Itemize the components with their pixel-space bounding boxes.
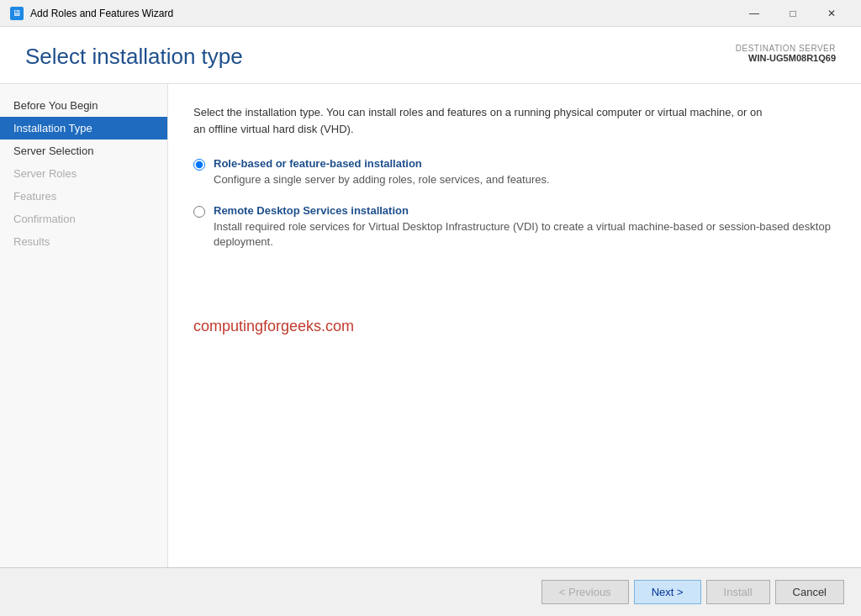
destination-server: DESTINATION SERVER WIN-UG5M08R1Q69 (736, 44, 836, 63)
previous-button[interactable]: < Previous (541, 580, 629, 604)
option-remote-desktop: Remote Desktop Services installation Ins… (193, 204, 836, 250)
destination-server-value: WIN-UG5M08R1Q69 (736, 53, 836, 63)
radio-remote-desktop[interactable] (193, 206, 205, 218)
sidebar-item-results: Results (0, 230, 167, 253)
minimize-button[interactable]: — (735, 1, 774, 26)
window-controls: — □ ✕ (735, 1, 851, 26)
close-button[interactable]: ✕ (812, 1, 851, 26)
sidebar: Before You Begin Installation Type Serve… (0, 84, 168, 567)
sidebar-item-server-selection[interactable]: Server Selection (0, 140, 167, 162)
app-icon: 🖥 (10, 7, 24, 20)
page-description: Select the installation type. You can in… (193, 104, 765, 137)
next-button[interactable]: Next > (634, 580, 701, 604)
radio-role-based-label[interactable]: Role-based or feature-based installation… (214, 157, 550, 187)
watermark: computingforgeeks.com (193, 318, 836, 335)
maximize-button[interactable]: □ (774, 1, 812, 26)
page-title: Select installation type (25, 44, 243, 70)
radio-remote-desktop-label[interactable]: Remote Desktop Services installation Ins… (214, 204, 836, 250)
wizard-body: Before You Begin Installation Type Serve… (0, 84, 861, 567)
radio-role-based[interactable] (193, 159, 205, 171)
sidebar-item-features: Features (0, 185, 167, 208)
wizard-header: Select installation type DESTINATION SER… (0, 27, 861, 84)
sidebar-item-installation-type[interactable]: Installation Type (0, 117, 167, 140)
main-content: Select the installation type. You can in… (168, 84, 861, 567)
sidebar-item-server-roles: Server Roles (0, 162, 167, 185)
window-title: Add Roles and Features Wizard (30, 8, 735, 19)
option-role-based: Role-based or feature-based installation… (193, 157, 836, 187)
destination-server-label: DESTINATION SERVER (736, 44, 836, 53)
title-bar: 🖥 Add Roles and Features Wizard — □ ✕ (0, 0, 861, 27)
radio-remote-desktop-desc: Install required role services for Virtu… (214, 220, 831, 248)
sidebar-item-confirmation: Confirmation (0, 208, 167, 230)
radio-role-based-title: Role-based or feature-based installation (214, 157, 550, 170)
wizard-window: Select installation type DESTINATION SER… (0, 27, 861, 616)
radio-remote-desktop-title: Remote Desktop Services installation (214, 204, 836, 217)
install-button[interactable]: Install (706, 580, 770, 604)
radio-role-based-desc: Configure a single server by adding role… (214, 173, 550, 186)
cancel-button[interactable]: Cancel (775, 580, 844, 604)
wizard-footer: < Previous Next > Install Cancel (0, 567, 861, 616)
sidebar-item-before-you-begin[interactable]: Before You Begin (0, 94, 167, 117)
